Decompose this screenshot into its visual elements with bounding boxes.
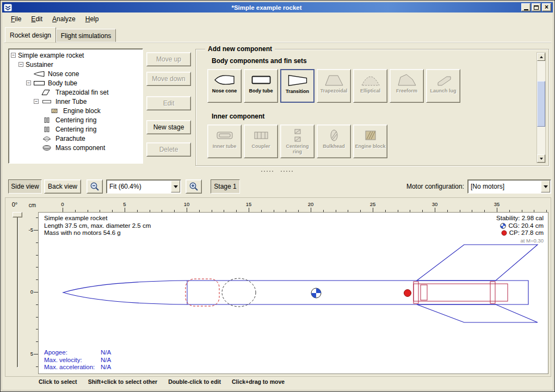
stability-info: Stability: 2.98 cal CG: 20.4 cm CP: 27.8… [496, 215, 544, 244]
inner-component-label: Inner component [212, 113, 264, 120]
status-hint: Shift+click to select other [88, 378, 158, 385]
parachute-icon [41, 135, 53, 142]
inner-tube-icon [214, 128, 236, 143]
engine-block-icon [360, 128, 381, 143]
rotation-slider-thumb[interactable] [13, 212, 22, 217]
move-up-button[interactable]: Move up [146, 52, 191, 66]
tree-expander-icon[interactable]: − [11, 53, 16, 58]
delete-button[interactable]: Delete [146, 142, 191, 157]
rocket-canvas[interactable]: Simple example rocket Length 37.5 cm, ma… [38, 212, 548, 374]
add-centering-ring-button[interactable]: Centering ring [280, 125, 314, 158]
tree-expander-icon[interactable]: − [18, 62, 23, 67]
tree-item-rocket[interactable]: − Simple example rocket [9, 51, 143, 60]
nose-cone-icon [214, 72, 236, 88]
tree-item-inner-tube[interactable]: − Inner Tube [9, 97, 143, 106]
add-inner-tube-button[interactable]: Inner tube [207, 125, 242, 158]
cg-icon [500, 223, 506, 229]
cp-value: CP: 27.8 cm [509, 229, 544, 237]
fin-top [417, 245, 538, 281]
motor-configuration-label: Motor configuration: [391, 183, 464, 190]
tree-item-centering-ring-1[interactable]: Centering ring [9, 115, 143, 125]
parachute-outline [186, 279, 219, 306]
splitter-handle[interactable] [1, 168, 554, 175]
stage-1-toggle[interactable]: Stage 1 [211, 179, 240, 194]
zoom-combobox[interactable]: Fit (60.4%) [106, 179, 181, 194]
zoom-in-button[interactable] [186, 179, 202, 194]
add-freeform-fin-button[interactable]: Freeform [390, 69, 424, 103]
side-view-button[interactable]: Side view [8, 179, 42, 194]
combo-arrow-button[interactable] [541, 181, 550, 192]
scroll-down-button[interactable] [537, 154, 545, 163]
add-trapezoidal-fin-button[interactable]: Trapezoidal [317, 69, 351, 103]
add-launch-lug-button[interactable]: Launch lug [426, 69, 460, 103]
scroll-up-button[interactable] [537, 53, 545, 61]
add-engine-block-button[interactable]: Engine block [353, 125, 387, 158]
tree-item-fin-set[interactable]: Trapezoidal fin set [9, 88, 143, 97]
cp-icon [501, 230, 507, 236]
tree-item-parachute[interactable]: Parachute [9, 134, 143, 143]
rocket-view-panel: 0° cm 05101520253035 -505 [5, 197, 551, 377]
vertical-ruler: -505 [27, 212, 38, 374]
new-stage-button[interactable]: New stage [146, 120, 191, 134]
cp-marker [404, 290, 411, 297]
fin-set-icon [41, 89, 53, 96]
menu-analyze[interactable]: Analyze [47, 14, 81, 24]
mass-component-outline [222, 278, 256, 307]
tab-flight-simulations[interactable]: Flight simulations [56, 29, 116, 42]
tree-expander-icon[interactable]: − [26, 80, 31, 85]
scrollbar-thumb[interactable] [537, 81, 545, 127]
tab-panel-border [4, 42, 551, 42]
add-coupler-button[interactable]: Coupler [244, 125, 278, 158]
freeform-fin-icon [396, 72, 418, 88]
body-tube-icon [33, 80, 45, 86]
maximize-button[interactable] [532, 3, 541, 11]
centering-ring-icon [41, 117, 53, 123]
motor-configuration-value: [No motors] [468, 183, 541, 190]
tree-item-mass-component[interactable]: Mass component [9, 143, 143, 152]
maximize-icon [534, 5, 539, 10]
zoom-out-icon [90, 182, 100, 191]
move-down-button[interactable]: Move down [146, 72, 191, 86]
add-component-group: Add new component Body components and fi… [195, 45, 549, 166]
edit-button[interactable]: Edit [146, 96, 191, 110]
menu-file[interactable]: File [6, 14, 26, 24]
tree-item-nose-cone[interactable]: Nose cone [9, 69, 143, 78]
tree-item-body-tube[interactable]: − Body tube [9, 78, 143, 88]
close-button[interactable]: × [542, 3, 551, 11]
centering-ring-outline [414, 282, 418, 303]
flight-estimates: Apogee:N/A Max. velocity:N/A Max. accele… [44, 349, 111, 371]
menu-help[interactable]: Help [81, 14, 104, 24]
rotation-slider[interactable] [17, 214, 18, 368]
mach-condition: at M=0.30 [520, 237, 544, 245]
tree-item-sustainer[interactable]: − Sustainer [9, 60, 143, 69]
arrow-down-icon [540, 158, 543, 160]
title-bar[interactable]: *Simple example rocket × [2, 2, 553, 13]
stability-value: Stability: 2.98 cal [496, 215, 544, 222]
zoom-value: Fit (60.4%) [107, 183, 171, 190]
menu-edit[interactable]: Edit [26, 14, 47, 24]
add-bulkhead-button[interactable]: Bulkhead [317, 125, 351, 158]
minimize-button[interactable] [521, 3, 531, 11]
add-elliptical-fin-button[interactable]: Elliptical [353, 69, 387, 103]
zoom-out-button[interactable] [87, 179, 103, 194]
rocket-drawing[interactable] [39, 213, 548, 374]
back-view-button[interactable]: Back view [44, 179, 81, 194]
tree-item-engine-block[interactable]: Engine block [9, 106, 143, 115]
add-nose-cone-button[interactable]: Nose cone [207, 69, 242, 103]
add-transition-button[interactable]: Transition [280, 69, 314, 103]
horizontal-ruler: 05101520253035 [38, 201, 548, 212]
transition-icon [287, 73, 309, 88]
inner-tube-outline [414, 284, 508, 301]
app-icon [4, 4, 12, 11]
openrocket-window: *Simple example rocket × File Edit Analy… [0, 0, 555, 392]
component-tree[interactable]: − Simple example rocket − Sustainer Nose… [8, 48, 143, 164]
arrow-up-icon [540, 56, 543, 58]
add-body-tube-button[interactable]: Body tube [244, 69, 278, 103]
tree-item-centering-ring-2[interactable]: Centering ring [9, 125, 143, 134]
tree-expander-icon[interactable]: − [34, 99, 39, 104]
motor-configuration-combobox[interactable]: [No motors] [467, 179, 551, 194]
component-scrollbar[interactable] [536, 52, 546, 163]
tab-rocket-design[interactable]: Rocket design [5, 27, 56, 42]
rocket-name: Simple example rocket [44, 215, 151, 222]
combo-arrow-button[interactable] [171, 181, 180, 192]
